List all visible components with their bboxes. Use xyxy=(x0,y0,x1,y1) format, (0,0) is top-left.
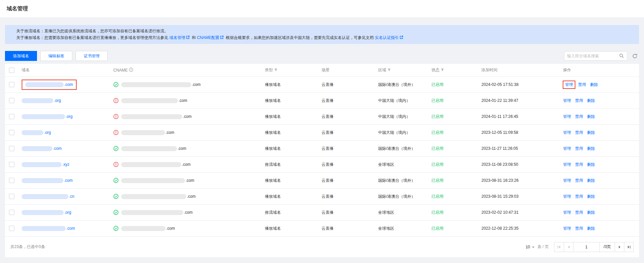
manage-link[interactable]: 管理 xyxy=(563,194,571,199)
cname-cell: .com xyxy=(113,77,265,93)
delete-link[interactable]: 删除 xyxy=(587,162,595,167)
check-circle-icon xyxy=(113,194,119,199)
realname-auth-doc-link[interactable]: 实名认证指引 xyxy=(375,35,399,40)
cname-config-doc-link[interactable]: CNAME配置 xyxy=(197,35,219,40)
delete-link[interactable]: 删除 xyxy=(587,98,595,103)
col-header-cname: CNAME xyxy=(113,64,265,77)
external-link-icon[interactable] xyxy=(220,35,224,41)
disable-link[interactable]: 禁用 xyxy=(575,194,583,199)
disable-link[interactable]: 禁用 xyxy=(575,178,583,183)
domain-cell: .cn xyxy=(22,188,113,204)
disable-link[interactable]: 禁用 xyxy=(578,82,586,87)
delete-link[interactable]: 删除 xyxy=(587,210,595,215)
refresh-icon[interactable] xyxy=(631,52,639,60)
delete-link[interactable]: 删除 xyxy=(587,178,595,183)
row-checkbox[interactable] xyxy=(9,210,14,215)
row-checkbox[interactable] xyxy=(9,146,14,151)
select-all-checkbox[interactable] xyxy=(9,68,14,73)
filter-funnel-icon[interactable] xyxy=(274,68,278,73)
search-input[interactable] xyxy=(567,54,619,58)
info-circle-icon[interactable] xyxy=(129,68,133,73)
external-link-icon[interactable] xyxy=(186,35,190,41)
domain-cell: .com xyxy=(22,220,113,236)
add-domain-button[interactable]: 添加域名 xyxy=(5,51,37,61)
domain-link[interactable]: .com xyxy=(53,146,62,151)
row-checkbox[interactable] xyxy=(9,226,14,231)
delete-link[interactable]: 删除 xyxy=(587,130,595,135)
manage-link[interactable]: 管理 xyxy=(563,98,571,103)
manage-link[interactable]: 管理 xyxy=(563,210,571,215)
domain-link[interactable]: .org xyxy=(54,98,61,103)
row-checkbox[interactable] xyxy=(9,114,14,119)
row-checkbox[interactable] xyxy=(9,130,14,135)
delete-link[interactable]: 删除 xyxy=(587,226,595,231)
domain-link[interactable]: .com xyxy=(64,178,73,183)
domain-value: .org xyxy=(22,130,113,135)
row-checkbox[interactable] xyxy=(9,82,14,87)
filter-funnel-icon[interactable] xyxy=(441,68,444,73)
disable-link[interactable]: 禁用 xyxy=(575,130,583,135)
row-checkbox[interactable] xyxy=(9,178,14,183)
checkbox-cell xyxy=(5,172,22,188)
scene-cell: 云直播 xyxy=(322,204,378,220)
actions-cell: 管理禁用删除 xyxy=(563,77,639,93)
last-page-button[interactable] xyxy=(624,242,633,252)
annotation-highlight-box: .com xyxy=(22,80,77,90)
next-page-button[interactable] xyxy=(615,242,624,252)
added-time-cell: 2024-01-22 11:39:47 xyxy=(481,93,563,109)
col-header-region: 区域 xyxy=(378,64,431,77)
status-badge: 已启用 xyxy=(431,220,481,236)
disable-link[interactable]: 禁用 xyxy=(575,226,583,231)
table-footer: 共23条，已选中0条 10 条 / 页 /3页 xyxy=(5,237,639,257)
domain-link[interactable]: .xyz xyxy=(62,162,69,167)
filter-funnel-icon[interactable] xyxy=(387,68,391,73)
disable-link[interactable]: 禁用 xyxy=(575,98,583,103)
actions-cell: 管理禁用删除 xyxy=(563,93,639,109)
prev-page-button[interactable] xyxy=(564,242,573,252)
page-size-select[interactable]: 10 xyxy=(526,245,535,249)
banner-line2-text3: 根据合规要求，如果您的加速区域涉及中国大陆，需要先完成实名认证，可参见文档 xyxy=(225,35,375,40)
cname-value: .com xyxy=(113,98,265,103)
disable-link[interactable]: 禁用 xyxy=(575,146,583,151)
delete-link[interactable]: 删除 xyxy=(587,146,595,151)
checkbox-cell xyxy=(5,109,22,125)
disable-link[interactable]: 禁用 xyxy=(575,210,583,215)
cert-manage-button[interactable]: 证书管理 xyxy=(76,51,108,61)
row-checkbox[interactable] xyxy=(9,194,14,199)
domain-cell: .org xyxy=(22,204,113,220)
current-page-input[interactable] xyxy=(573,245,599,249)
domain-link[interactable]: .org xyxy=(44,130,51,135)
redacted-cname-blob xyxy=(121,178,185,183)
domain-link[interactable]: .com xyxy=(64,82,73,87)
delete-link[interactable]: 删除 xyxy=(587,114,595,119)
delete-link[interactable]: 删除 xyxy=(587,194,595,199)
row-checkbox[interactable] xyxy=(9,162,14,167)
disable-link[interactable]: 禁用 xyxy=(575,114,583,119)
manage-link[interactable]: 管理 xyxy=(565,82,573,88)
status-badge: 已启用 xyxy=(431,172,481,188)
manage-link[interactable]: 管理 xyxy=(563,178,571,183)
status-badge: 已启用 xyxy=(431,77,481,93)
checkbox-cell xyxy=(5,156,22,172)
disable-link[interactable]: 禁用 xyxy=(575,162,583,167)
domain-link[interactable]: .org xyxy=(66,114,73,119)
external-link-icon[interactable] xyxy=(399,35,403,41)
domain-link[interactable]: .cn xyxy=(69,194,74,199)
domain-link[interactable]: .org xyxy=(64,210,71,215)
first-page-button[interactable] xyxy=(554,242,564,252)
banner-line2-text2: 和 xyxy=(191,35,197,40)
checkbox-cell xyxy=(5,204,22,220)
manage-link[interactable]: 管理 xyxy=(563,226,571,231)
search-icon[interactable] xyxy=(619,53,624,59)
domain-link[interactable]: .com xyxy=(66,226,75,231)
row-checkbox[interactable] xyxy=(9,98,14,103)
manage-link[interactable]: 管理 xyxy=(563,114,571,119)
edit-tags-button[interactable]: 编辑标签 xyxy=(40,51,72,61)
manage-link[interactable]: 管理 xyxy=(563,146,571,151)
delete-link[interactable]: 删除 xyxy=(590,82,598,87)
cname-value: .com xyxy=(113,226,265,231)
search-box[interactable] xyxy=(564,51,627,61)
manage-link[interactable]: 管理 xyxy=(563,162,571,167)
manage-link[interactable]: 管理 xyxy=(563,130,571,135)
domain-manage-doc-link[interactable]: 域名管理 xyxy=(169,35,185,40)
